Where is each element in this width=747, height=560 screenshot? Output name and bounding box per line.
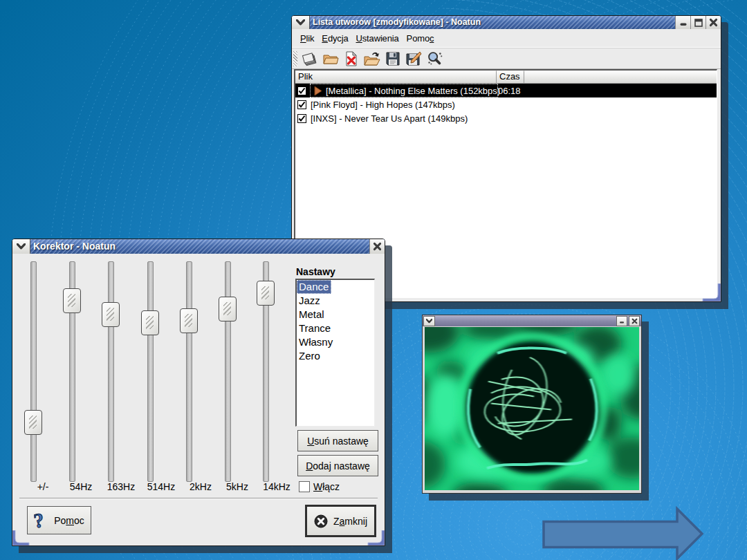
svg-text:?: ? <box>34 510 46 532</box>
